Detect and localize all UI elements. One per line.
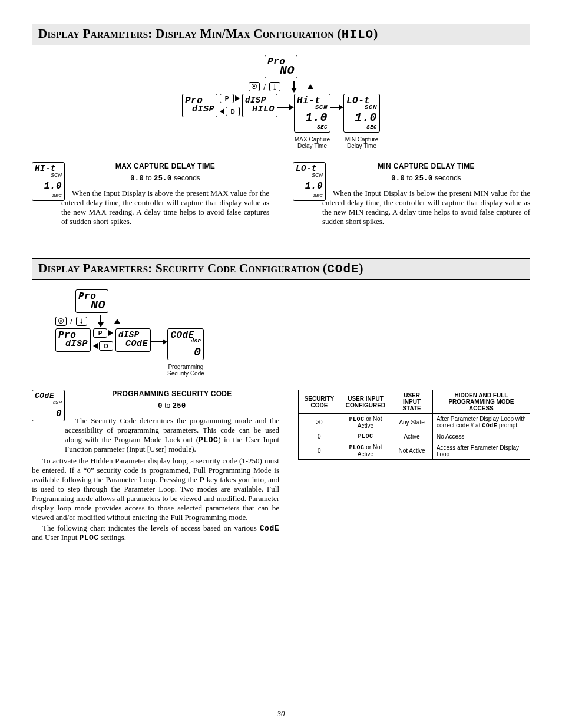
- d-key: D: [226, 107, 240, 116]
- slash-icon: /: [263, 83, 266, 91]
- lcd-disp-code: dISP COdE: [115, 328, 151, 352]
- code-heading: PROGRAMMING SECURITY CODE: [65, 390, 279, 398]
- table-row: 0 PLOC or Not Active Not Active Access a…: [299, 442, 530, 460]
- max-body: When the Input Display is above the pres…: [61, 189, 269, 226]
- lcd-pro-disp: Pro dISP: [182, 94, 217, 117]
- lcd-min-side: LO-t SCN 1.0 SEC: [293, 162, 326, 201]
- min-body: When the Input Display is below the pres…: [322, 189, 530, 226]
- p-key-2: P: [93, 328, 107, 338]
- lcd-code-box: COdE dSP 0: [167, 328, 204, 360]
- par-key-icon-2: ⦿: [55, 317, 67, 326]
- access-table: SECURITY CODE USER INPUT CONFIGURED USER…: [298, 390, 530, 460]
- section-header-hilo: Display Parameters: Display Min/Max Conf…: [32, 24, 530, 45]
- page-number: 30: [0, 709, 562, 719]
- p-key: P: [220, 94, 234, 103]
- lcd-disp-hilo: dISP HILO: [242, 94, 277, 117]
- code-range: 0 to 250: [65, 401, 279, 410]
- lcd-hi-t: Hi-t SCN 1.0 SEC: [294, 94, 330, 133]
- code-flow-diagram: Pro NO ⦿ / ⭳ Pro dISP P D: [55, 289, 530, 377]
- min-heading: MIN CAPTURE DELAY TIME: [322, 162, 530, 170]
- programming-code-caption: Programming Security Code: [167, 364, 204, 377]
- table-header-row: SECURITY CODE USER INPUT CONFIGURED USER…: [299, 390, 530, 414]
- code-body-2: To activate the Hidden Parameter display…: [32, 456, 279, 542]
- down-key-icon-2: ⭳: [76, 317, 87, 326]
- lcd-pro-disp-2: Pro dISP: [55, 328, 91, 352]
- min-range: 0.0 to 25.0 seconds: [322, 174, 530, 183]
- d-key-2: D: [99, 341, 113, 351]
- table-row: >0 PLOC or Not Active Any State After Pa…: [299, 414, 530, 431]
- max-heading: MAX CAPTURE DELAY TIME: [61, 162, 269, 170]
- lcd-lo-t: LO-t SCN 1.0 SEC: [343, 94, 380, 133]
- lcd-pro-no-2: Pro NO: [75, 289, 108, 313]
- code-body-1: The Security Code determines the program…: [65, 416, 279, 454]
- max-capture-caption: MAX Capture Delay Time: [295, 136, 330, 149]
- lcd-code-side: COdE dSP 0: [32, 390, 65, 421]
- max-range: 0.0 to 25.0 seconds: [61, 174, 269, 183]
- slash-icon-2: /: [70, 317, 72, 326]
- table-row: 0 PLOC Active No Access: [299, 431, 530, 442]
- min-capture-caption: MIN Capture Delay Time: [345, 136, 379, 149]
- down-key-icon: ⭳: [269, 82, 280, 91]
- hilo-flow-diagram: Pro NO ⦿ / ⭳ Pro dISP P D: [32, 55, 530, 149]
- section-header-code: Display Parameters: Security Code Config…: [32, 258, 530, 280]
- par-key-icon: ⦿: [249, 82, 260, 91]
- lcd-pro-no-top: Pro NO: [265, 55, 297, 78]
- lcd-max-side: HI-t SCN 1.0 SEC: [32, 162, 65, 201]
